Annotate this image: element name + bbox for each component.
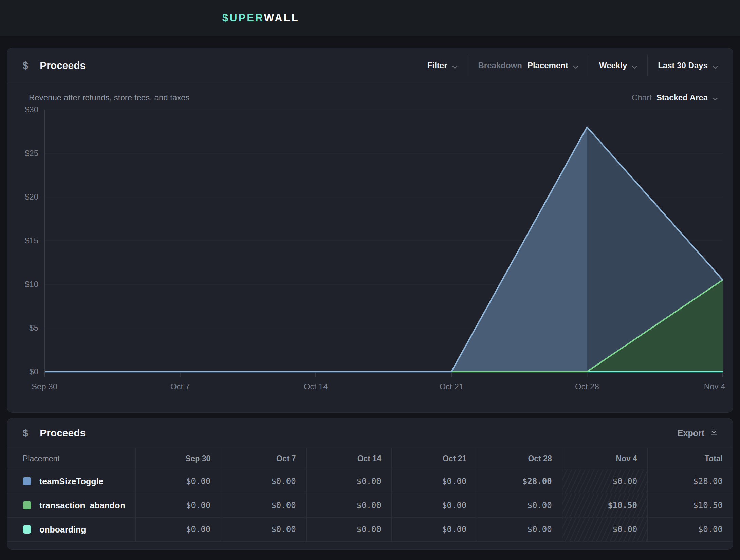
table-cell: $0.00: [392, 469, 477, 493]
chevron-down-icon: [713, 61, 718, 71]
table-cell: $0.00: [221, 469, 306, 493]
app-root: $UPERWALL $ Proceeds Filter Breakdown Pl…: [0, 0, 740, 560]
placement-label: transaction_abandon: [39, 501, 125, 510]
proceeds-table: PlacementSep 30Oct 7Oct 14Oct 21Oct 28No…: [7, 448, 733, 542]
proceeds-chart-panel: $ Proceeds Filter Breakdown Placement We…: [7, 48, 733, 413]
y-tick-label: $30: [25, 105, 38, 114]
table-cell: $0.00: [135, 469, 221, 493]
chevron-down-icon: [632, 61, 637, 71]
table-cell: $0.00: [477, 518, 562, 542]
table-header-row: PlacementSep 30Oct 7Oct 14Oct 21Oct 28No…: [7, 448, 733, 469]
x-tick-label: Oct 21: [439, 382, 463, 391]
x-tick-label: Nov 4: [704, 382, 725, 391]
series-swatch: [23, 501, 31, 509]
dollar-icon: $: [23, 60, 28, 71]
placement-label: teamSizeToggle: [39, 477, 103, 486]
table-cell: $28.00: [477, 469, 562, 493]
y-tick-label: $15: [25, 236, 38, 245]
y-tick-label: $20: [25, 192, 38, 202]
table-cell: onboarding: [7, 518, 135, 542]
area-teamSizeToggle: [44, 127, 587, 372]
column-header: Placement: [7, 448, 135, 469]
table-cell: $0.00: [221, 518, 306, 542]
chart-panel-header: $ Proceeds Filter Breakdown Placement We…: [7, 48, 733, 83]
download-icon: [710, 428, 718, 438]
column-header: Oct 14: [306, 448, 391, 469]
table-row-teamSizeToggle: teamSizeToggle$0.00$0.00$0.00$0.00$28.00…: [7, 469, 733, 493]
stacked-area-plot: $30$25$20$15$10$5$0: [44, 110, 723, 377]
column-header: Total: [648, 448, 733, 469]
y-tick-label: $25: [25, 149, 38, 158]
chart-panel-title: Proceeds: [40, 60, 86, 71]
series-swatch: [23, 525, 31, 534]
top-bar: $UPERWALL: [0, 0, 740, 36]
x-axis-labels: Sep 30Oct 7Oct 14Oct 21Oct 28Nov 4: [44, 377, 723, 395]
dollar-icon: $: [23, 428, 28, 439]
table-row-onboarding: onboarding$0.00$0.00$0.00$0.00$0.00$0.00…: [7, 518, 733, 542]
y-tick-label: $0: [29, 367, 38, 376]
logo-secondary: WALL: [264, 12, 299, 24]
date-range-dropdown[interactable]: Last 30 Days: [648, 60, 718, 71]
interval-dropdown[interactable]: Weekly: [589, 60, 647, 71]
chart-canvas: [44, 110, 723, 377]
table-cell: teamSizeToggle: [7, 469, 135, 493]
chevron-down-icon: [713, 93, 718, 103]
proceeds-table-panel: $ Proceeds Export PlacementSep 30Oct 7Oc…: [7, 418, 733, 550]
chart-type-dropdown[interactable]: Chart Stacked Area: [632, 92, 718, 103]
column-header: Oct 21: [392, 448, 477, 469]
table-cell: $0.00: [135, 493, 221, 518]
table-cell: transaction_abandon: [7, 493, 135, 518]
export-button[interactable]: Export: [678, 428, 718, 438]
column-header: Sep 30: [135, 448, 221, 469]
table-cell: $0.00: [221, 493, 306, 518]
series-swatch: [23, 477, 31, 485]
y-tick-label: $10: [25, 280, 38, 289]
logo-primary: $UPER: [222, 12, 264, 24]
table-cell: $10.50: [648, 493, 733, 518]
chart-subheader: Revenue after refunds, store fees, and t…: [7, 83, 733, 103]
chevron-down-icon: [452, 61, 458, 71]
table-cell: $0.00: [477, 493, 562, 518]
x-tick-label: Oct 7: [170, 382, 190, 391]
table-cell: $0.00: [392, 493, 477, 518]
filter-dropdown[interactable]: Filter: [417, 60, 468, 71]
placement-label: onboarding: [39, 525, 86, 534]
chevron-down-icon: [573, 61, 578, 71]
table-cell: $0.00: [306, 469, 391, 493]
column-header: Oct 28: [477, 448, 562, 469]
table-cell: $28.00: [648, 469, 733, 493]
table-cell: $0.00: [392, 518, 477, 542]
table-cell: $0.00: [562, 469, 647, 493]
breakdown-dropdown[interactable]: Breakdown Placement: [468, 60, 589, 71]
x-tick-label: Oct 28: [575, 382, 599, 391]
table-panel-header: $ Proceeds Export: [7, 418, 733, 448]
chart-controls: Filter Breakdown Placement Weekly Last 3…: [417, 55, 718, 76]
x-tick-label: Oct 14: [304, 382, 328, 391]
column-header: Nov 4: [562, 448, 647, 469]
y-axis-labels: $30$25$20$15$10$5$0: [7, 110, 38, 372]
table-panel-title: Proceeds: [40, 427, 86, 439]
table-cell: $0.00: [648, 518, 733, 542]
table-cell: $0.00: [562, 518, 647, 542]
chart-subtitle: Revenue after refunds, store fees, and t…: [29, 93, 190, 102]
table-cell: $0.00: [306, 518, 391, 542]
table-cell: $10.50: [562, 493, 647, 518]
table-row-transaction_abandon: transaction_abandon$0.00$0.00$0.00$0.00$…: [7, 493, 733, 518]
table-cell: $0.00: [135, 518, 221, 542]
superwall-logo[interactable]: $UPERWALL: [222, 12, 299, 24]
table-cell: $0.00: [306, 493, 391, 518]
column-header: Oct 7: [221, 448, 306, 469]
x-tick-label: Sep 30: [32, 382, 57, 391]
y-tick-label: $5: [29, 323, 38, 333]
